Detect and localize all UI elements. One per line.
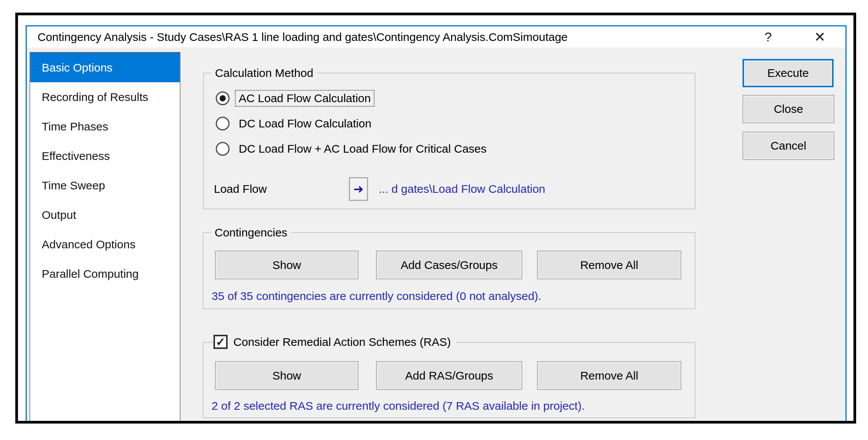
button-label: Remove All — [580, 259, 638, 272]
dialog-title: Contingency Analysis - Study Cases\RAS 1… — [37, 31, 568, 44]
contingencies-add-cases-groups-button[interactable]: Add Cases/Groups — [376, 251, 522, 279]
contingencies-group: Contingencies Show Add Cases/Groups Remo… — [203, 232, 695, 309]
radio-label: DC Load Flow + AC Load Flow for Critical… — [239, 142, 487, 155]
focus-rectangle: DC Load Flow Calculation — [235, 115, 375, 132]
ras-status-text: 2 of 2 selected RAS are currently consid… — [212, 399, 585, 412]
radio-option-dc-plus-ac-load-flow[interactable]: DC Load Flow + AC Load Flow for Critical… — [216, 139, 490, 159]
radio-label: AC Load Flow Calculation — [239, 92, 371, 104]
checkmark-icon: ✓ — [216, 336, 225, 348]
focus-rectangle: DC Load Flow + AC Load Flow for Critical… — [235, 140, 490, 157]
dialog-body: Basic Options Recording of Results Time … — [27, 47, 845, 424]
sidebar-item-label: Effectiveness — [42, 150, 110, 163]
ras-group: ✓ Consider Remedial Action Schemes (RAS)… — [203, 342, 695, 418]
sidebar-item-label: Basic Options — [42, 61, 112, 74]
button-label: Add Cases/Groups — [401, 259, 497, 272]
help-icon[interactable]: ? — [761, 26, 776, 47]
ras-checkbox[interactable]: ✓ — [213, 335, 228, 349]
sidebar-item-basic-options[interactable]: Basic Options — [30, 53, 180, 82]
cancel-button[interactable]: Cancel — [743, 132, 834, 160]
group-label-contingencies: Contingencies — [211, 226, 291, 239]
sidebar-item-time-sweep[interactable]: Time Sweep — [30, 171, 180, 200]
sidebar-item-output[interactable]: Output — [30, 200, 180, 230]
sidebar-item-label: Time Sweep — [42, 179, 105, 192]
ras-remove-all-button[interactable]: Remove All — [537, 361, 681, 390]
button-label: Add RAS/Groups — [405, 369, 493, 382]
ras-group-caption: ✓ Consider Remedial Action Schemes (RAS) — [213, 335, 456, 349]
screenshot-frame: Contingency Analysis - Study Cases\RAS 1… — [15, 13, 856, 424]
radio-button-icon[interactable] — [216, 117, 230, 130]
dialog-titlebar: Contingency Analysis - Study Cases\RAS 1… — [27, 26, 845, 47]
load-flow-select-button[interactable]: ➜ — [349, 177, 368, 201]
radio-label: DC Load Flow Calculation — [239, 117, 371, 130]
execute-button[interactable]: Execute — [743, 59, 834, 87]
sidebar-item-label: Advanced Options — [42, 238, 135, 251]
radio-button-icon[interactable] — [216, 142, 230, 156]
sidebar-item-time-phases[interactable]: Time Phases — [30, 112, 180, 141]
radio-option-ac-load-flow[interactable]: AC Load Flow Calculation — [216, 88, 375, 108]
sidebar-item-label: Time Phases — [42, 120, 108, 133]
button-label: Execute — [767, 67, 809, 80]
ras-checkbox-label: Consider Remedial Action Schemes (RAS) — [233, 336, 451, 349]
radio-option-dc-load-flow[interactable]: DC Load Flow Calculation — [216, 114, 375, 134]
pages-sidebar: Basic Options Recording of Results Time … — [29, 52, 181, 424]
close-icon[interactable]: ✕ — [812, 26, 827, 47]
ras-show-button[interactable]: Show — [215, 361, 358, 390]
sidebar-item-label: Parallel Computing — [42, 267, 138, 280]
ras-add-ras-groups-button[interactable]: Add RAS/Groups — [376, 361, 522, 390]
button-label: Show — [272, 369, 301, 382]
contingencies-remove-all-button[interactable]: Remove All — [537, 251, 681, 279]
load-flow-object-link[interactable]: ... d gates\Load Flow Calculation — [379, 183, 545, 196]
button-label: Cancel — [770, 139, 806, 152]
contingencies-show-button[interactable]: Show — [215, 251, 358, 279]
sidebar-item-advanced-options[interactable]: Advanced Options — [30, 230, 180, 259]
radio-button-icon[interactable] — [216, 91, 230, 105]
button-label: Show — [272, 259, 301, 272]
close-button[interactable]: Close — [743, 95, 834, 123]
sidebar-item-label: Recording of Results — [42, 91, 148, 104]
group-label-calculation-method: Calculation Method — [212, 67, 317, 80]
focus-rectangle: AC Load Flow Calculation — [235, 90, 375, 107]
button-label: Close — [774, 103, 803, 116]
arrow-right-icon: ➜ — [353, 182, 364, 196]
sidebar-item-recording-of-results[interactable]: Recording of Results — [30, 82, 180, 112]
button-label: Remove All — [580, 369, 638, 382]
sidebar-item-parallel-computing[interactable]: Parallel Computing — [30, 259, 180, 288]
contingency-analysis-dialog: Contingency Analysis - Study Cases\RAS 1… — [26, 25, 847, 424]
load-flow-label: Load Flow — [214, 183, 349, 196]
load-flow-row: Load Flow ➜ ... d gates\Load Flow Calcul… — [214, 177, 545, 201]
sidebar-item-label: Output — [42, 209, 76, 222]
calculation-method-group: Calculation Method AC Load Flow Calculat… — [203, 73, 695, 209]
sidebar-item-effectiveness[interactable]: Effectiveness — [30, 141, 180, 171]
contingencies-status-text: 35 of 35 contingencies are currently con… — [212, 290, 541, 303]
